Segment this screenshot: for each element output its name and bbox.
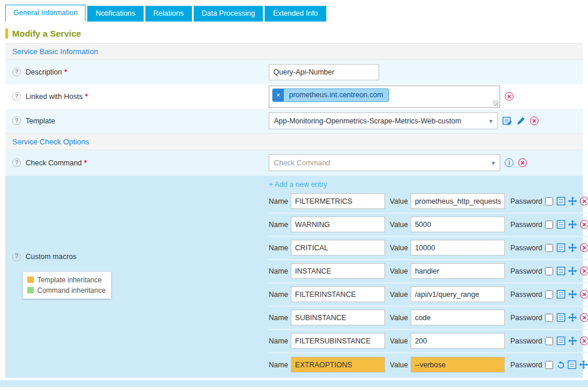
template-inheritance-swatch <box>27 276 34 283</box>
macro-row: Name Value Password <box>269 307 588 330</box>
host-chip-label: prometheus.int.centreon.com <box>284 89 389 101</box>
section-check-options: Service Check Options <box>5 133 583 150</box>
password-checkbox[interactable] <box>545 221 553 229</box>
resize-grip-icon[interactable] <box>493 100 498 106</box>
macro-description-icon[interactable] <box>557 197 565 205</box>
move-icon[interactable] <box>568 336 577 345</box>
macro-value-label: Value <box>390 290 408 299</box>
legend-label: Command inheritance <box>37 286 105 295</box>
info-icon[interactable] <box>505 158 514 167</box>
required-marker: * <box>84 159 87 167</box>
password-checkbox[interactable] <box>545 197 553 205</box>
tab-data-processing[interactable]: Data Processing <box>194 6 263 22</box>
macro-row: Name Value Password <box>269 283 588 307</box>
macro-row: Name Value Password <box>269 353 588 377</box>
move-icon[interactable] <box>568 197 577 205</box>
delete-macro-icon[interactable] <box>580 267 588 275</box>
macro-description-icon[interactable] <box>557 267 565 275</box>
template-select[interactable]: App-Monitoring-Openmetrics-Scrape-Metric… <box>269 112 498 129</box>
macro-value-input[interactable] <box>411 263 505 279</box>
delete-macro-icon[interactable] <box>580 336 588 345</box>
macro-password-label: Password <box>510 221 542 229</box>
move-icon[interactable] <box>568 243 577 252</box>
macro-name-input[interactable] <box>291 357 385 373</box>
macro-value-label: Value <box>390 314 408 322</box>
macro-value-label: Value <box>390 267 408 275</box>
macro-description-icon[interactable] <box>557 336 565 345</box>
custom-macros-area: Custom macros Template inheritance Comma… <box>5 176 583 378</box>
macro-name-input[interactable] <box>291 217 385 232</box>
macro-value-input[interactable] <box>411 240 505 256</box>
template-row: Template App-Monitoring-Openmetrics-Scra… <box>5 109 583 133</box>
delete-macro-icon[interactable] <box>580 243 588 252</box>
password-checkbox[interactable] <box>545 314 553 322</box>
macro-name-input[interactable] <box>291 333 385 349</box>
view-template-icon[interactable] <box>503 116 512 126</box>
move-icon[interactable] <box>568 220 577 229</box>
delete-macro-icon[interactable] <box>580 197 588 205</box>
macro-name-label: Name <box>269 361 288 369</box>
template-select-value: App-Monitoring-Openmetrics-Scrape-Metric… <box>274 117 461 125</box>
add-macro-link[interactable]: + Add a new entry <box>269 176 327 190</box>
macro-name-label: Name <box>269 267 288 275</box>
macro-value-label: Value <box>390 197 408 205</box>
host-chip: × prometheus.int.centreon.com <box>272 88 389 102</box>
move-icon[interactable] <box>568 267 577 275</box>
macro-value-input[interactable] <box>411 286 505 302</box>
macro-name-label: Name <box>269 314 288 322</box>
macro-description-icon[interactable] <box>557 220 565 229</box>
clear-check-command-icon[interactable] <box>518 158 527 167</box>
edit-template-icon[interactable] <box>516 116 525 125</box>
chip-remove-icon[interactable]: × <box>273 89 284 101</box>
check-command-select[interactable]: Check Command <box>269 154 500 171</box>
delete-macro-icon[interactable] <box>580 290 588 299</box>
move-icon[interactable] <box>568 290 577 299</box>
macro-name-input[interactable] <box>291 310 385 325</box>
macro-value-input[interactable] <box>411 217 505 232</box>
section-basic-information: Service Basic Information <box>5 43 583 60</box>
macro-password-label: Password <box>510 267 542 275</box>
macro-description-icon[interactable] <box>557 313 565 322</box>
linked-hosts-row: Linked with Hosts * × prometheus.int.cen… <box>5 84 583 109</box>
macro-row: Name Value Password <box>269 190 588 214</box>
password-checkbox[interactable] <box>545 337 553 345</box>
undo-icon[interactable] <box>557 361 565 369</box>
delete-macro-icon[interactable] <box>580 220 588 229</box>
tab-notifications[interactable]: Notifications <box>87 6 143 22</box>
macro-value-input[interactable] <box>411 193 505 209</box>
description-row: Description * <box>5 60 583 84</box>
macro-value-input[interactable] <box>411 310 505 325</box>
help-icon <box>12 68 21 76</box>
macro-row: Name Value Password <box>269 330 588 353</box>
macro-name-input[interactable] <box>291 263 385 279</box>
macro-name-label: Name <box>269 337 288 345</box>
delete-macro-icon[interactable] <box>580 313 588 322</box>
move-icon[interactable] <box>579 360 588 369</box>
macro-name-input[interactable] <box>291 286 385 302</box>
linked-hosts-multiselect[interactable]: × prometheus.int.centreon.com <box>269 86 500 108</box>
password-checkbox[interactable] <box>545 244 553 252</box>
move-icon[interactable] <box>568 313 577 322</box>
macro-description-icon[interactable] <box>557 290 565 299</box>
macro-name-input[interactable] <box>291 240 385 256</box>
check-command-row: Check Command * Check Command <box>5 150 583 176</box>
macro-value-label: Value <box>390 244 408 252</box>
macro-row: Name Value Password <box>269 237 588 260</box>
macro-description-icon[interactable] <box>557 243 565 252</box>
macro-value-input[interactable] <box>411 333 505 349</box>
macro-name-input[interactable] <box>291 193 385 209</box>
password-checkbox[interactable] <box>545 290 553 299</box>
password-checkbox[interactable] <box>545 361 553 369</box>
tab-relations[interactable]: Relations <box>145 6 192 22</box>
macro-description-icon[interactable] <box>568 360 576 369</box>
tab-extended-info[interactable]: Extended Info <box>265 6 326 22</box>
description-input[interactable] <box>269 64 379 80</box>
macro-value-input[interactable] <box>411 357 505 373</box>
clear-hosts-icon[interactable] <box>505 92 514 101</box>
password-checkbox[interactable] <box>545 267 553 275</box>
description-label: Description <box>26 68 62 76</box>
clear-template-icon[interactable] <box>530 116 539 125</box>
macro-name-label: Name <box>269 290 288 299</box>
tab-general-information[interactable]: General Information <box>5 5 85 22</box>
check-command-label: Check Command <box>26 159 82 167</box>
